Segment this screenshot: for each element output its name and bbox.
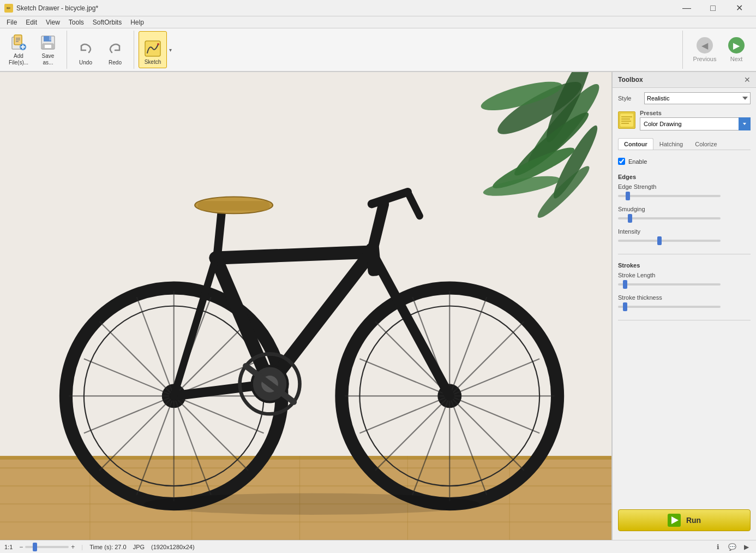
- menu-view[interactable]: View: [41, 17, 64, 27]
- svg-point-14: [157, 43, 159, 45]
- presets-select-wrap: Color Drawing Hatching Pencil Watercolor: [640, 117, 751, 130]
- presets-right: Presets Color Drawing Hatching Pencil Wa…: [640, 110, 751, 130]
- edge-strength-slider[interactable]: [618, 192, 721, 200]
- run-label: Run: [686, 516, 701, 525]
- info-icon-button[interactable]: ℹ: [712, 542, 723, 552]
- svg-line-75: [216, 252, 372, 258]
- feedback-icon-button[interactable]: 💬: [727, 542, 737, 552]
- enable-label: Enable: [628, 158, 647, 165]
- stroke-length-slider[interactable]: [618, 280, 721, 289]
- app-icon: ✏: [4, 4, 13, 13]
- intensity-slider[interactable]: [618, 236, 721, 245]
- minimize-button[interactable]: —: [674, 0, 699, 16]
- run-section: Run: [613, 501, 756, 540]
- edge-strength-label: Edge Strength: [618, 183, 751, 190]
- statusbar: 1:1 − + | Time (s): 27.0 JPG (1920x1280x…: [0, 540, 756, 553]
- stroke-length-label: Stroke Length: [618, 272, 751, 278]
- toolbar: AddFile(s)... Saveas...: [0, 28, 756, 72]
- time-text: Time (s): 27.0: [89, 544, 126, 550]
- toolbox-panel: Toolbox ✕ Style Realistic Artistic Sketc…: [611, 72, 756, 540]
- style-row: Style Realistic Artistic Sketch: [618, 92, 751, 104]
- maximize-button[interactable]: □: [700, 0, 725, 16]
- divider-1: [618, 254, 751, 254]
- toolbox-title: Toolbox: [618, 76, 643, 84]
- svg-point-93: [144, 493, 479, 515]
- previous-label: Previous: [693, 56, 717, 62]
- strokes-section-title: Strokes: [618, 262, 751, 269]
- undo-icon: [77, 40, 94, 58]
- zoom-level: 1:1: [4, 544, 13, 550]
- save-as-button[interactable]: Saveas...: [34, 32, 62, 69]
- next-button[interactable]: ▶ Next: [721, 31, 752, 68]
- redo-icon: [106, 40, 124, 58]
- enable-row: Enable: [618, 158, 751, 165]
- undo-button[interactable]: Undo: [71, 32, 100, 69]
- presets-label: Presets: [640, 110, 751, 116]
- status-sep-1: |: [81, 544, 83, 550]
- dimensions-text: (1920x1280x24): [151, 544, 195, 550]
- smudging-row: Smudging: [618, 206, 751, 223]
- style-label: Style: [618, 95, 640, 102]
- youtube-icon-button[interactable]: ▶: [741, 542, 752, 552]
- tab-colorize[interactable]: Colorize: [689, 138, 723, 150]
- divider-2: [618, 320, 751, 320]
- run-icon: [668, 514, 681, 527]
- canvas-area: [0, 72, 611, 540]
- titlebar-left: ✏ Sketch Drawer - bicycle.jpg*: [4, 4, 98, 13]
- menu-file[interactable]: File: [2, 17, 21, 27]
- svg-rect-95: [620, 114, 633, 127]
- next-arrow: ▶: [728, 37, 745, 53]
- undo-label: Undo: [79, 60, 92, 66]
- redo-button[interactable]: Redo: [101, 32, 129, 69]
- next-label: Next: [730, 56, 743, 62]
- svg-line-85: [217, 210, 222, 258]
- presets-select[interactable]: Color Drawing Hatching Pencil Watercolor: [640, 117, 751, 130]
- tab-hatching[interactable]: Hatching: [653, 138, 689, 150]
- titlebar-title: Sketch Drawer - bicycle.jpg*: [16, 4, 98, 12]
- zoom-slider[interactable]: [25, 543, 69, 551]
- run-button[interactable]: Run: [618, 509, 751, 531]
- close-button[interactable]: ✕: [727, 0, 752, 16]
- intensity-row: Intensity: [618, 228, 751, 245]
- toolbox-close-button[interactable]: ✕: [744, 75, 751, 84]
- zoom-out-button[interactable]: −: [19, 543, 23, 551]
- style-select[interactable]: Realistic Artistic Sketch: [644, 92, 751, 104]
- add-files-label: AddFile(s)...: [9, 53, 28, 66]
- edge-strength-row: Edge Strength: [618, 183, 751, 200]
- previous-arrow: ◀: [697, 37, 713, 53]
- toolbar-group-files: AddFile(s)... Saveas...: [4, 31, 67, 69]
- menu-help[interactable]: Help: [126, 17, 148, 27]
- tabs: Contour Hatching Colorize: [618, 138, 751, 150]
- enable-checkbox[interactable]: [618, 158, 625, 165]
- titlebar-controls: — □ ✕: [674, 0, 752, 16]
- sketch-icon: [144, 40, 161, 57]
- titlebar: ✏ Sketch Drawer - bicycle.jpg* — □ ✕: [0, 0, 756, 16]
- edges-section-title: Edges: [618, 174, 751, 180]
- tab-contour[interactable]: Contour: [618, 138, 653, 150]
- smudging-slider[interactable]: [618, 214, 721, 223]
- redo-label: Redo: [109, 60, 122, 66]
- zoom-in-button[interactable]: +: [71, 543, 75, 551]
- save-icon: [39, 34, 57, 51]
- intensity-label: Intensity: [618, 228, 751, 235]
- sketch-button[interactable]: Sketch: [139, 31, 167, 68]
- menu-softorbits[interactable]: SoftOrbits: [88, 17, 126, 27]
- bicycle-image: [0, 72, 611, 540]
- stroke-thickness-row: Stroke thickness: [618, 294, 751, 311]
- stroke-thickness-slider[interactable]: [618, 302, 721, 311]
- zoom-slider-area: − +: [19, 543, 75, 551]
- menu-edit[interactable]: Edit: [21, 17, 41, 27]
- add-files-button[interactable]: AddFile(s)...: [4, 32, 33, 69]
- add-files-icon: [10, 34, 27, 51]
- stroke-length-row: Stroke Length: [618, 272, 751, 289]
- toolbox-header: Toolbox ✕: [613, 72, 756, 88]
- main-area: Toolbox ✕ Style Realistic Artistic Sketc…: [0, 72, 756, 540]
- format-text: JPG: [133, 544, 145, 550]
- time-item: Time (s): 27.0: [89, 544, 126, 550]
- toolbar-dropdown[interactable]: ▾: [169, 31, 176, 68]
- svg-rect-10: [49, 36, 51, 40]
- zoom-text: 1:1: [4, 544, 13, 550]
- dimensions-item: (1920x1280x24): [151, 544, 195, 550]
- menu-tools[interactable]: Tools: [64, 17, 88, 27]
- previous-button[interactable]: ◀ Previous: [689, 31, 720, 68]
